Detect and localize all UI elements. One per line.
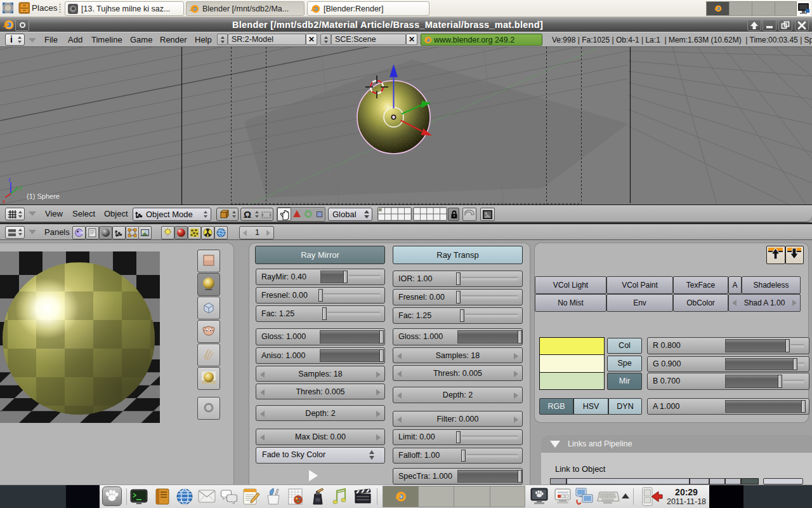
svg-text:x: x <box>3 198 6 204</box>
svg-text:z: z <box>8 177 11 183</box>
svg-text:(1) Sphere: (1) Sphere <box>27 192 60 200</box>
svg-text:y: y <box>20 184 23 190</box>
